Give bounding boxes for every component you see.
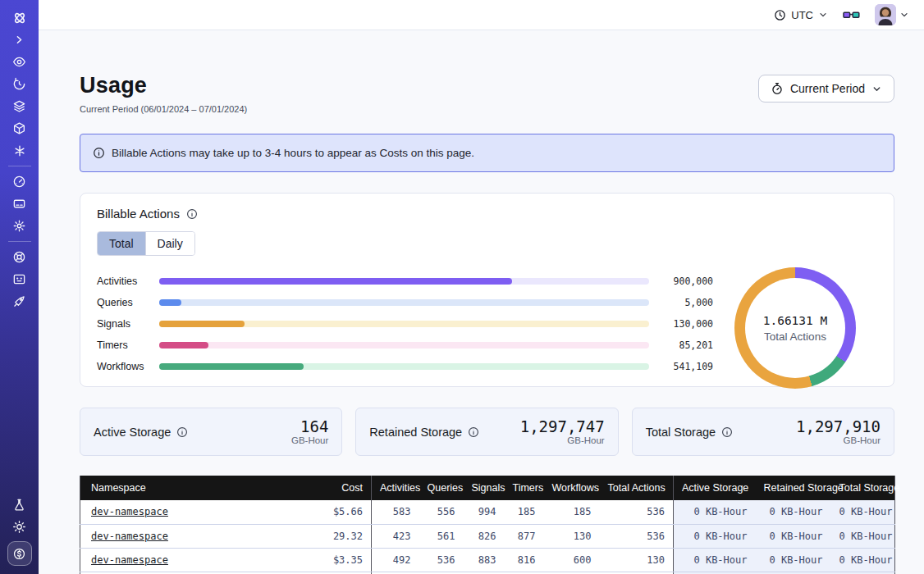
billable-actions-chart: Activities900,000Queries5,000Signals130,… [97, 267, 877, 389]
cell-active_storage: 0 KB-Hour [674, 500, 756, 524]
info-icon[interactable] [176, 426, 188, 438]
cell-workflows: 130 [544, 524, 600, 548]
column-header-cost: Cost [286, 476, 372, 500]
bar-chart: Activities900,000Queries5,000Signals130,… [97, 267, 713, 389]
namespace-link[interactable]: dev-namespace [91, 531, 168, 542]
active-storage-value: 164 [291, 418, 328, 435]
bar-track [159, 278, 649, 285]
cell-activities: 492 [372, 548, 419, 572]
bar-row-queries: Queries5,000 [97, 292, 713, 313]
page-subtitle: Current Period (06/01/2024 – 07/01/2024) [80, 104, 247, 114]
retained-storage-unit: GB-Hour [520, 435, 605, 445]
bar-fill [159, 299, 181, 306]
glasses-toggle[interactable] [843, 9, 860, 21]
active-storage-label: Active Storage [94, 426, 171, 439]
account-menu[interactable] [875, 4, 909, 25]
expand-chevron-icon[interactable] [0, 29, 39, 51]
dollar-coin-icon [12, 547, 26, 561]
bar-row-signals: Signals130,000 [97, 313, 713, 335]
rocket-icon[interactable] [0, 290, 39, 312]
bar-label: Timers [97, 339, 159, 351]
total-storage-value: 1,297,910 [796, 418, 881, 435]
table-header-row: NamespaceCostActivitiesQueriesSignalsTim… [80, 476, 895, 500]
column-header-active_storage: Active Storage [674, 476, 756, 500]
column-header-queries: Queries [419, 476, 464, 500]
bar-label: Activities [97, 276, 159, 287]
cell-cost: $5.66 [286, 500, 372, 524]
settings-gear-icon[interactable] [0, 215, 39, 237]
info-icon[interactable] [186, 208, 198, 220]
bar-value: 5,000 [662, 297, 713, 308]
cell-activities: 423 [372, 524, 419, 548]
timezone-selector[interactable]: UTC [774, 9, 828, 21]
cell-retained_storage: 0 KB-Hour [756, 524, 831, 548]
bar-fill [159, 321, 245, 327]
retained-storage-card: Retained Storage 1,297,747 GB-Hour [355, 408, 618, 456]
page-title: Usage [80, 73, 247, 98]
cell-cost: $3.35 [286, 548, 372, 572]
namespace-link[interactable]: dev-namespace [91, 554, 168, 566]
bar-track [159, 321, 649, 327]
cell-timers: 816 [505, 548, 544, 572]
period-selector-button[interactable]: Current Period [758, 75, 894, 102]
info-icon[interactable] [721, 426, 733, 438]
info-icon [93, 147, 105, 159]
temporal-logo[interactable] [0, 7, 39, 29]
info-icon[interactable] [468, 426, 479, 438]
bar-label: Workflows [97, 361, 159, 372]
cell-total_actions: 536 [600, 524, 674, 548]
cell-activities: 583 [372, 500, 419, 524]
total-actions-donut: 1.66131 M Total Actions [734, 267, 856, 389]
banner-text: Billable Actions may take up to 3-4 hour… [112, 147, 474, 159]
usage-dollar-button[interactable] [7, 541, 32, 566]
billable-actions-tab-group: Total Daily [97, 231, 195, 256]
info-banner: Billable Actions may take up to 3-4 hour… [80, 134, 894, 172]
cube-icon[interactable] [0, 117, 39, 139]
bar-fill [159, 342, 208, 348]
cell-total_actions: 130 [600, 548, 674, 572]
history-clock-icon[interactable] [0, 73, 39, 95]
cell-workflows: 600 [544, 548, 600, 572]
theme-sun-icon[interactable] [0, 516, 39, 538]
namespace-usage-table: NamespaceCostActivitiesQueriesSignalsTim… [80, 476, 895, 574]
active-storage-unit: GB-Hour [291, 435, 328, 445]
namespace-link[interactable]: dev-namespace [91, 506, 168, 517]
stopwatch-icon [771, 82, 784, 95]
cell-total_storage: 0 KB-Hour [831, 500, 895, 524]
cell-retained_storage: 0 KB-Hour [756, 500, 831, 524]
bar-track [159, 299, 649, 306]
total-storage-label: Total Storage [646, 426, 716, 439]
table-row: dev-namespace$3.354925368838166001300 KB… [80, 548, 895, 572]
cell-namespace: dev-namespace [80, 524, 286, 548]
support-lifebuoy-icon[interactable] [0, 246, 39, 268]
tab-daily[interactable]: Daily [145, 232, 194, 255]
total-storage-unit: GB-Hour [796, 435, 881, 445]
feedback-screen-icon[interactable] [0, 268, 39, 290]
column-header-signals: Signals [464, 476, 505, 500]
asterisk-icon[interactable] [0, 139, 39, 162]
tab-total[interactable]: Total [98, 232, 145, 255]
sidebar-divider [8, 241, 31, 242]
cell-retained_storage: 0 KB-Hour [756, 548, 831, 572]
cell-workflows: 185 [544, 500, 600, 524]
bar-row-activities: Activities900,000 [97, 271, 713, 292]
bar-fill [159, 278, 512, 285]
column-header-retained_storage: Retained Storage [756, 476, 831, 500]
timezone-label: UTC [791, 9, 813, 21]
cell-total_storage: 0 KB-Hour [831, 524, 895, 548]
period-button-label: Current Period [790, 82, 865, 95]
bar-fill [159, 363, 304, 370]
cell-signals: 994 [464, 500, 505, 524]
namespaces-eye-icon[interactable] [0, 51, 39, 73]
billing-card-icon[interactable] [0, 193, 39, 215]
column-header-timers: Timers [505, 476, 544, 500]
layers-icon[interactable] [0, 95, 39, 117]
cell-cost: 29.32 [286, 524, 372, 548]
donut-chart-wrap: 1.66131 M Total Actions [713, 267, 877, 389]
usage-gauge-icon[interactable] [0, 171, 39, 193]
cell-total_storage: 0 KB-Hour [831, 548, 895, 572]
labs-flask-icon[interactable] [0, 494, 39, 516]
clock-icon [774, 9, 786, 21]
donut-total-value: 1.66131 M [763, 314, 828, 327]
glasses-icon [843, 9, 860, 21]
